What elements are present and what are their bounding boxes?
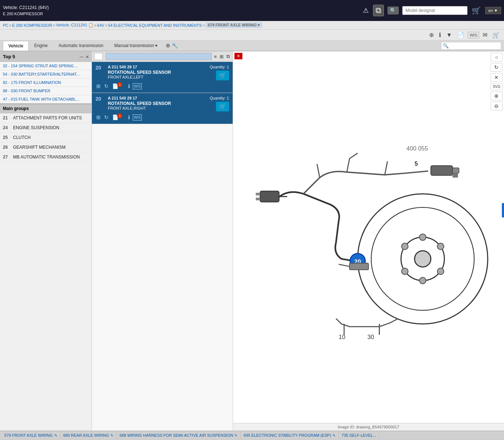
blue-indicator (502, 203, 504, 217)
parts-list-view[interactable]: ≡ (213, 53, 217, 60)
tab-search-icon: 🔍 (443, 43, 449, 48)
part-details-1: A 211 540 29 17 ROTATIONAL SPEED SENSOR … (108, 65, 206, 79)
group-num-25: 25 (3, 135, 10, 140)
group-num-27: 27 (3, 155, 10, 160)
group-label-27: MB AUTOMATIC TRANSMISSION (13, 155, 80, 160)
diagram-close-btn[interactable]: ✕ (234, 53, 242, 59)
top5-close-btn[interactable]: « (86, 53, 89, 60)
part-sub-1: FRONT AXLE,LEFT (108, 75, 206, 79)
part-top-row-2: 20 A 211 540 29 17 ROTATIONAL SPEED SENS… (96, 96, 229, 111)
breadcrumb-54[interactable]: 54 ELECTRICAL EQUIPMENT AND INSTRUMENTS (108, 23, 202, 28)
part-code-1: A 211 540 29 17 (108, 65, 206, 69)
svg-text:400 055: 400 055 (406, 145, 428, 152)
wis-toolbar[interactable]: WIS (468, 32, 479, 38)
part-wis-icon-2[interactable]: WIS (133, 114, 142, 120)
tab-automatic[interactable]: Automatic transmission (53, 41, 109, 51)
part-table-icon-1[interactable]: ⊞ (96, 82, 101, 90)
filter-toolbar[interactable]: ▼ (445, 31, 453, 39)
thumb-tab-680[interactable]: 680 REAR AXLE WIRING ✎ (60, 432, 117, 439)
thumb-tab-735[interactable]: 735 SELF-LEVEL... (339, 432, 380, 439)
part-table-icon-2[interactable]: ⊞ (96, 114, 101, 121)
top5-collapse-btn[interactable]: ︿ (79, 53, 84, 60)
mail-toolbar[interactable]: ✉ (481, 31, 489, 39)
svg-point-11 (402, 243, 408, 250)
thumb-tab-688[interactable]: 688 WIRING HARNESS FOR SEMI-ACTIVE AIR S… (117, 432, 241, 439)
diag-refresh-btn[interactable]: ↻ (491, 63, 503, 72)
top5-item-5[interactable]: 47 - 015 FUEL TANK WITH DETACHABL... (0, 95, 92, 103)
parts-grid-view[interactable]: ⊞ (219, 53, 224, 60)
vehicle-info: Vehicle: C211241 (64V) E 200 KOMPRESSOR (3, 4, 359, 17)
tab-icon-1[interactable]: ⚙ (166, 43, 170, 48)
cart-btn-1[interactable]: 🛒 (216, 71, 229, 80)
thumb-tab-579-edit[interactable]: ✎ (54, 433, 57, 437)
part-item-2[interactable]: 20 A 211 540 29 17 ROTATIONAL SPEED SENS… (92, 93, 233, 124)
copy-icon[interactable]: ⧉ (373, 5, 384, 16)
zoom-in-toolbar[interactable]: ⊕ (428, 31, 435, 39)
top5-item-3[interactable]: 82 - 175 FRONT ILLUMINATION (0, 79, 92, 87)
tab-vehicle[interactable]: Vehicle (3, 41, 29, 51)
diag-cross-btn[interactable]: ✕ (491, 73, 503, 82)
part-info-icon-1[interactable]: ℹ (127, 82, 131, 90)
group-label-25: CLUTCH (13, 135, 31, 140)
group-item-21[interactable]: 21 ATTACHMENT PARTS FOR UNITS (0, 113, 92, 123)
top5-controls: ︿ « (79, 53, 89, 60)
cart-toolbar[interactable]: 🛒 (491, 31, 501, 39)
cart-icon[interactable]: 🛒 (471, 5, 482, 16)
svg-rect-15 (256, 198, 260, 200)
parts-copy-view[interactable]: ⧉ (226, 53, 230, 60)
groups-list: 21 ATTACHMENT PARTS FOR UNITS 24 ENGINE … (0, 113, 92, 431)
breadcrumb-current[interactable]: 679 FRONT AXLE WIRING ▾ (206, 22, 262, 28)
info-toolbar[interactable]: ℹ (437, 31, 442, 39)
model-search-input[interactable] (402, 6, 467, 15)
part-wis-icon-1[interactable]: WIS (133, 83, 142, 89)
breadcrumb-vehicle[interactable]: Vehicle: C211241 📋 (56, 23, 93, 28)
diag-zoomout-btn[interactable]: ⊖ (491, 102, 503, 110)
part-info-icon-2[interactable]: ℹ (127, 114, 131, 121)
top5-item-1[interactable]: 32 - 154 SPRING STRUT AND SPRING ... (0, 62, 92, 70)
diag-zoomin-btn[interactable]: ⊕ (491, 92, 503, 100)
part-refresh-icon-2[interactable]: ↻ (103, 114, 109, 121)
breadcrumb-e200[interactable]: E 200 KOMPRESSOR (12, 23, 52, 28)
part-item-1[interactable]: 20 A 211 540 29 17 ROTATIONAL SPEED SENS… (92, 62, 233, 93)
thumb-tab-695[interactable]: 695 ELECTRONIC STABILITY PROGRAM (ESP) ✎ (241, 432, 339, 439)
diagram-svg: 400 055 (233, 51, 504, 423)
breadcrumb-pc[interactable]: PC (3, 23, 8, 28)
group-item-24[interactable]: 24 ENGINE SUSPENSION (0, 123, 92, 133)
search-icon-btn[interactable]: 🔍 (387, 7, 399, 14)
tab-bar: Vehicle Engine Automatic transmission Ma… (0, 41, 504, 51)
main-layout: Top 5 ︿ « 32 - 154 SPRING STRUT AND SPRI… (0, 51, 504, 431)
language-selector[interactable]: en ▼ (485, 7, 501, 14)
breadcrumb-64v[interactable]: 64V (97, 23, 105, 28)
vehicle-line2: E 200 KOMPRESSOR (3, 11, 359, 17)
parts-list: 20 A 211 540 29 17 ROTATIONAL SPEED SENS… (92, 62, 233, 431)
top5-item-4[interactable]: 88 - 030 FRONT BUMPER (0, 87, 92, 95)
qty-label-2: Quantity: 1 (210, 96, 229, 100)
part-details-2: A 211 540 29 17 ROTATIONAL SPEED SENSOR … (108, 96, 206, 110)
top-icons: ⚠ ⧉ 🔍 🛒 en ▼ (362, 5, 501, 16)
part-refresh-icon-1[interactable]: ↻ (103, 82, 109, 90)
group-item-27[interactable]: 27 MB AUTOMATIC TRANSMISSION (0, 152, 92, 162)
svg-point-9 (419, 277, 426, 284)
thumb-tab-688-label: 688 WIRING HARNESS FOR SEMI-ACTIVE AIR S… (119, 433, 233, 437)
thumb-tab-680-edit[interactable]: ✎ (110, 433, 113, 437)
thumb-tab-695-label: 695 ELECTRONIC STABILITY PROGRAM (ESP) (243, 433, 331, 437)
part-top-row-1: 20 A 211 540 29 17 ROTATIONAL SPEED SENS… (96, 65, 229, 80)
tab-manual[interactable]: Manual transmission ▾ (109, 41, 163, 51)
doc-toolbar[interactable]: 📄 (456, 31, 466, 39)
tab-engine[interactable]: Engine (29, 41, 53, 51)
diag-size-btn[interactable]: SVG (491, 83, 503, 90)
tab-search-input[interactable] (449, 43, 499, 48)
group-item-25[interactable]: 25 CLUTCH (0, 133, 92, 143)
thumb-tab-579[interactable]: 579 FRONT AXLE WIRING ✎ (1, 432, 60, 439)
group-item-26[interactable]: 26 GEARSHIFT MECHANISM (0, 143, 92, 152)
top5-item-2[interactable]: 54 - 030 BATTERY,STARTER/ALTERNAT... (0, 70, 92, 79)
svg-point-6 (419, 234, 426, 241)
warning-icon[interactable]: ⚠ (362, 6, 369, 15)
tab-icon-2[interactable]: 🔧 (172, 43, 178, 48)
cart-btn-2[interactable]: 🛒 (216, 102, 229, 111)
thumb-tab-695-edit[interactable]: ✎ (333, 433, 335, 437)
thumb-tab-688-edit[interactable]: ✎ (234, 433, 237, 437)
svg-point-10 (402, 268, 408, 275)
diag-circle-btn[interactable]: ○ (491, 53, 503, 62)
thumb-tab-579-label: 579 FRONT AXLE WIRING (4, 433, 53, 437)
